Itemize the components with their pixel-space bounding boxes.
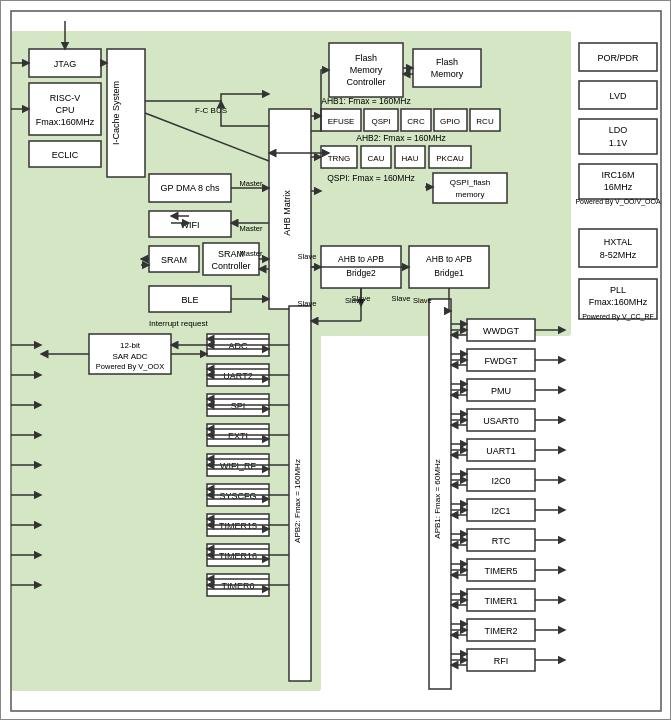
- svg-text:QSPI: Fmax = 160MHz: QSPI: Fmax = 160MHz: [327, 173, 415, 183]
- svg-rect-125: [579, 229, 657, 267]
- svg-rect-35: [321, 109, 361, 131]
- svg-rect-80: [207, 454, 269, 476]
- svg-text:ECLIC: ECLIC: [52, 150, 79, 160]
- svg-rect-55: [433, 173, 507, 203]
- svg-text:SAR ADC: SAR ADC: [112, 352, 147, 361]
- svg-rect-2: [11, 11, 661, 711]
- svg-rect-13: [149, 174, 231, 202]
- svg-rect-112: [467, 649, 535, 671]
- svg-text:TRNG: TRNG: [328, 154, 351, 163]
- svg-text:PLL: PLL: [610, 285, 626, 295]
- svg-text:8-52MHz: 8-52MHz: [600, 250, 637, 260]
- svg-text:USART0: USART0: [483, 416, 518, 426]
- svg-text:AHB Matrix: AHB Matrix: [282, 190, 292, 236]
- svg-text:SRAM: SRAM: [218, 249, 244, 259]
- svg-rect-50: [395, 146, 425, 168]
- svg-rect-72: [207, 334, 269, 356]
- svg-rect-48: [361, 146, 391, 168]
- svg-rect-108: [467, 589, 535, 611]
- svg-text:Interrupt request: Interrupt request: [149, 319, 208, 328]
- svg-text:F-C BUS: F-C BUS: [195, 106, 227, 115]
- svg-text:Controller: Controller: [211, 261, 250, 271]
- svg-rect-98: [467, 439, 535, 461]
- svg-rect-43: [470, 109, 500, 131]
- svg-text:UART2: UART2: [223, 371, 252, 381]
- svg-rect-90: [467, 319, 535, 341]
- svg-rect-61: [409, 246, 489, 288]
- svg-text:Bridge2: Bridge2: [346, 268, 376, 278]
- svg-text:GPIO: GPIO: [440, 117, 460, 126]
- svg-text:I2C0: I2C0: [491, 476, 510, 486]
- svg-text:Master: Master: [240, 224, 263, 233]
- svg-text:Fmax:160MHz: Fmax:160MHz: [589, 297, 648, 307]
- svg-text:LVD: LVD: [610, 91, 627, 101]
- svg-text:PKCAU: PKCAU: [436, 154, 464, 163]
- svg-rect-121: [579, 164, 657, 199]
- svg-text:I-Cache System: I-Cache System: [111, 81, 121, 145]
- svg-text:1.1V: 1.1V: [609, 138, 628, 148]
- svg-text:APB1: Fmax = 60MHz: APB1: Fmax = 60MHz: [433, 459, 442, 538]
- svg-rect-17: [149, 246, 199, 272]
- svg-text:TIMER5: TIMER5: [484, 566, 517, 576]
- svg-rect-15: [149, 211, 231, 237]
- svg-line-141: [145, 113, 269, 161]
- svg-rect-37: [364, 109, 398, 131]
- svg-text:Flash: Flash: [355, 53, 377, 63]
- svg-text:SPI: SPI: [231, 401, 246, 411]
- svg-text:WIFI_RF: WIFI_RF: [220, 461, 256, 471]
- svg-rect-78: [207, 424, 269, 446]
- svg-rect-31: [413, 49, 481, 87]
- svg-text:16MHz: 16MHz: [604, 182, 633, 192]
- svg-rect-22: [149, 286, 231, 312]
- svg-text:Slave: Slave: [392, 294, 411, 303]
- block-diagram: JTAG RISC-V CPU Fmax:160MHz ECLIC I-Cach…: [0, 0, 671, 720]
- svg-rect-96: [467, 409, 535, 431]
- svg-text:AHB to APB: AHB to APB: [426, 254, 472, 264]
- svg-rect-41: [434, 109, 467, 131]
- svg-rect-128: [579, 279, 657, 319]
- svg-rect-19: [203, 243, 259, 275]
- svg-rect-0: [11, 31, 571, 336]
- svg-text:RTC: RTC: [492, 536, 511, 546]
- svg-text:Fmax:160MHz: Fmax:160MHz: [36, 117, 95, 127]
- svg-text:TIMER16: TIMER16: [219, 551, 257, 561]
- svg-text:Slave: Slave: [298, 299, 317, 308]
- svg-text:SRAM: SRAM: [161, 255, 187, 265]
- svg-text:Powered By V_OOX: Powered By V_OOX: [96, 362, 164, 371]
- svg-text:Master: Master: [240, 249, 263, 258]
- svg-rect-94: [467, 379, 535, 401]
- svg-rect-106: [467, 559, 535, 581]
- svg-text:Controller: Controller: [346, 77, 385, 87]
- svg-text:FWDGT: FWDGT: [485, 356, 518, 366]
- svg-text:AHB1: Fmax = 160MHz: AHB1: Fmax = 160MHz: [321, 96, 411, 106]
- svg-text:TIMER1: TIMER1: [484, 596, 517, 606]
- svg-rect-1: [11, 321, 321, 691]
- svg-rect-74: [207, 364, 269, 386]
- svg-rect-52: [429, 146, 471, 168]
- svg-rect-68: [89, 334, 171, 374]
- svg-text:CPU: CPU: [55, 105, 74, 115]
- svg-text:TIMER15: TIMER15: [219, 521, 257, 531]
- svg-rect-86: [207, 544, 269, 566]
- svg-text:Slave: Slave: [345, 296, 364, 305]
- svg-text:RFI: RFI: [494, 656, 509, 666]
- svg-text:IRC16M: IRC16M: [601, 170, 634, 180]
- svg-text:RISC-V: RISC-V: [50, 93, 81, 103]
- svg-text:Master: Master: [240, 179, 263, 188]
- svg-text:Slave: Slave: [352, 294, 371, 303]
- svg-text:HXTAL: HXTAL: [604, 237, 632, 247]
- svg-text:12-bit: 12-bit: [120, 341, 141, 350]
- svg-rect-58: [321, 246, 401, 288]
- svg-text:Flash: Flash: [436, 57, 458, 67]
- svg-text:AHB2: Fmax = 160MHz: AHB2: Fmax = 160MHz: [356, 133, 446, 143]
- svg-rect-114: [579, 43, 657, 71]
- svg-text:TIMER2: TIMER2: [484, 626, 517, 636]
- svg-rect-5: [29, 83, 101, 135]
- svg-text:CRC: CRC: [407, 117, 425, 126]
- svg-text:I2C1: I2C1: [491, 506, 510, 516]
- svg-rect-46: [321, 146, 357, 168]
- svg-text:Slave: Slave: [413, 296, 432, 305]
- svg-text:memory: memory: [456, 190, 485, 199]
- svg-text:ADC: ADC: [228, 341, 248, 351]
- svg-text:UART1: UART1: [486, 446, 515, 456]
